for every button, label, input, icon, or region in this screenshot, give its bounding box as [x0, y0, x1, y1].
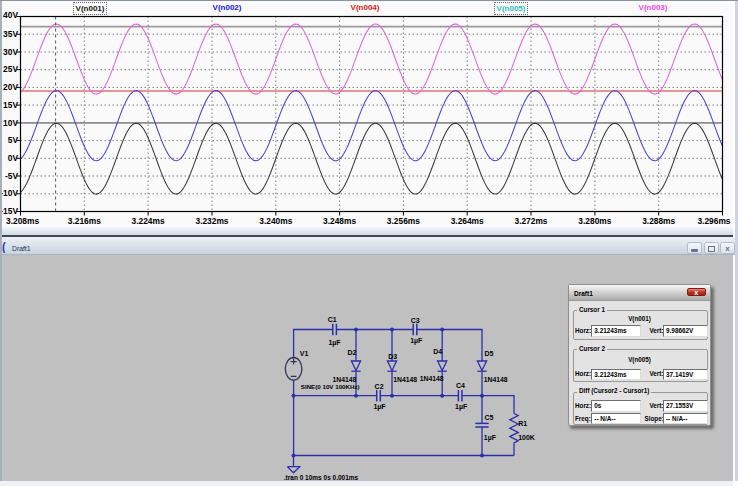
svg-text:.tran 0 10ms 0s 0.001ms: .tran 0 10ms 0s 0.001ms — [284, 474, 359, 481]
svg-text:1N4148: 1N4148 — [393, 376, 417, 383]
svg-text:C2: C2 — [375, 383, 384, 390]
svg-text:C3: C3 — [411, 317, 420, 324]
svg-text:1N4148: 1N4148 — [333, 376, 357, 383]
svg-text:D3: D3 — [388, 353, 397, 360]
svg-text:C4: C4 — [456, 382, 465, 389]
svg-text:V1: V1 — [300, 350, 309, 357]
svg-text:1µF: 1µF — [455, 403, 468, 411]
svg-text:SINE(0 10V 100KHz): SINE(0 10V 100KHz) — [301, 383, 360, 390]
svg-text:1µF: 1µF — [373, 403, 386, 411]
svg-text:1µF: 1µF — [328, 339, 341, 347]
svg-text:R1: R1 — [518, 420, 527, 427]
svg-text:C1: C1 — [328, 316, 337, 323]
svg-text:D2: D2 — [347, 349, 356, 356]
svg-text:1N4148: 1N4148 — [484, 376, 508, 383]
svg-text:C5: C5 — [484, 414, 493, 421]
svg-text:D5: D5 — [484, 350, 493, 357]
svg-text:D4: D4 — [433, 348, 442, 355]
svg-text:1µF: 1µF — [484, 434, 497, 442]
svg-text:1N4148: 1N4148 — [420, 375, 444, 382]
svg-text:100K: 100K — [518, 434, 535, 441]
svg-text:1µF: 1µF — [410, 337, 423, 345]
